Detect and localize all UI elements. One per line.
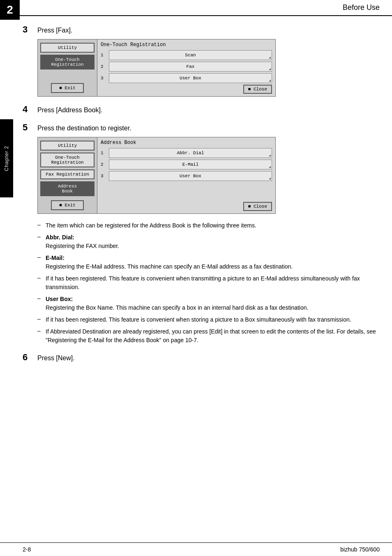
main-content: 3 Press [Fax]. Utility One-TouchRegistra… [0,16,392,378]
exit-btn-2[interactable]: ■ Exit [51,200,84,210]
step-5-num: 5 [23,122,37,133]
panel-2-row-1: 1 Abbr. Dial [101,148,272,158]
fax-reg-btn[interactable]: Fax Registration [40,169,95,179]
bullet-6: – If it has been registered. This featur… [37,315,380,324]
bullet-3: – E-Mail:Registering the E-Mail address.… [37,254,380,271]
panel-2-email-btn[interactable]: E-Mail [109,160,272,169]
chapter-side-label: Chapter 2 [0,119,13,197]
panel-1-scan-btn[interactable]: Scan [109,50,272,60]
ui-sidebar-1: Utility One-TouchRegistration ■ Exit [38,39,97,96]
footer-page: 2-8 [23,546,31,553]
exit-btn-1[interactable]: ■ Exit [51,83,84,93]
step-6-num: 6 [23,352,37,363]
panel-2-close-btn[interactable]: ■ Close [243,202,272,211]
panel-1-title: One-Touch Registration [101,42,272,48]
page-header: 2 Before Use [0,0,392,16]
bullet-1: – The item which can be registered for t… [37,221,380,230]
ui-panel-2: Utility One-TouchRegistration Fax Regist… [37,137,276,214]
step-5-header: 5 Press the destination to register. [23,122,380,133]
panel-2-abbr-btn[interactable]: Abbr. Dial [109,148,272,158]
bullet-2: – Abbr. Dial:Registering the FAX number. [37,233,380,250]
panel-1-row-3: 3 User Box [101,73,272,83]
panel-1-close-row: ■ Close [101,85,272,94]
footer-brand: bizhub 750/600 [340,546,380,553]
chapter-box: 2 [0,0,20,20]
step-4-header: 4 Press [Address Book]. [23,104,380,115]
step-6-text: Press [New]. [37,354,75,362]
bullet-7: – If Abbreviated Destination are already… [37,327,380,345]
ui-panel-1: Utility One-TouchRegistration ■ Exit One… [37,39,276,97]
step-4: 4 Press [Address Book]. [23,104,380,115]
step-5: 5 Press the destination to register. Uti… [23,122,380,214]
step-4-text: Press [Address Book]. [37,107,102,114]
address-book-btn[interactable]: AddressBook [40,181,95,196]
panel-1-row-1: 1 Scan [101,50,272,60]
utility-btn-1[interactable]: Utility [40,43,95,53]
bullet-4: – If it has been registered. This featur… [37,274,380,292]
panel-2-row-3: 3 User Box [101,171,272,181]
step-3-header: 3 Press [Fax]. [23,24,380,35]
bullet-5: – User Box:Registering the Box Name. Thi… [37,295,380,312]
panel-1-fax-btn[interactable]: Fax [109,62,272,72]
step-5-text: Press the destination to register. [37,125,131,132]
page-footer: 2-8 bizhub 750/600 [0,542,392,556]
panel-2-title: Address Book [101,140,272,146]
step-6: 6 Press [New]. [23,352,380,363]
header-title: Before Use [343,3,380,12]
panel-1-userbox-btn[interactable]: User Box [109,73,272,83]
bullet-list: – The item which can be registered for t… [37,221,380,345]
panel-1-close-btn[interactable]: ■ Close [243,85,272,94]
one-touch-btn-1[interactable]: One-TouchRegistration [40,55,95,70]
step-3: 3 Press [Fax]. Utility One-TouchRegistra… [23,24,380,97]
chapter-side-text: Chapter 2 [4,146,9,171]
step-3-num: 3 [23,24,37,35]
utility-btn-2[interactable]: Utility [40,141,95,151]
one-touch-btn-2[interactable]: One-TouchRegistration [40,153,95,167]
panel-2-userbox-btn[interactable]: User Box [109,171,272,181]
ui-sidebar-2: Utility One-TouchRegistration Fax Regist… [38,137,97,213]
panel-2-row-2: 2 E-Mail [101,160,272,169]
step-4-num: 4 [23,104,37,115]
ui-main-1: One-Touch Registration 1 Scan 2 Fax 3 Us… [97,39,275,96]
panel-1-row-2: 2 Fax [101,62,272,72]
step-6-header: 6 Press [New]. [23,352,380,363]
step-3-text: Press [Fax]. [37,27,72,34]
panel-2-close-row: ■ Close [101,202,272,211]
ui-main-2: Address Book 1 Abbr. Dial 2 E-Mail 3 Use… [97,137,275,213]
